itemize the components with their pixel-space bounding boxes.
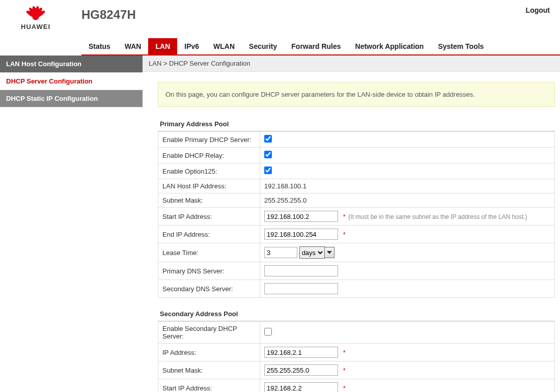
- top-nav: Status WAN LAN IPv6 WLAN Security Forwar…: [81, 38, 560, 55]
- tab-wan[interactable]: WAN: [118, 38, 149, 54]
- label-sec-subnet: Subnet Mask:: [158, 361, 260, 379]
- sidebar: LAN Host Configuration DHCP Server Confi…: [0, 55, 143, 392]
- required-mark: *: [343, 367, 346, 374]
- value-lan-host-ip: 192.168.100.1: [260, 179, 555, 193]
- sidebar-item-dhcp-static[interactable]: DHCP Static IP Configuration: [0, 90, 143, 107]
- checkbox-enable-secondary[interactable]: [264, 328, 272, 335]
- checkbox-enable-primary[interactable]: [264, 135, 272, 143]
- label-enable-relay: Enable DHCP Relay:: [158, 148, 260, 163]
- label-end-ip: End IP Address:: [158, 226, 260, 243]
- chevron-down-icon[interactable]: [324, 247, 334, 258]
- input-secondary-dns[interactable]: [264, 283, 338, 294]
- label-sec-start-ip: Start IP Address:: [158, 379, 260, 393]
- tab-ipv6[interactable]: IPv6: [177, 38, 206, 54]
- required-mark: *: [343, 384, 346, 392]
- label-secondary-dns: Secondary DNS Server:: [158, 280, 260, 298]
- label-sec-ip: IP Address:: [158, 344, 260, 361]
- input-primary-dns[interactable]: [264, 265, 338, 276]
- tab-system-tools[interactable]: System Tools: [431, 38, 491, 54]
- logout-link[interactable]: Logout: [526, 6, 550, 14]
- input-sec-ip[interactable]: [264, 347, 338, 358]
- brand-logo: HUAWEI: [5, 4, 66, 31]
- huawei-petals-icon: [18, 4, 53, 22]
- label-enable-option125: Enable Option125:: [158, 163, 260, 179]
- required-mark: *: [343, 213, 346, 220]
- input-start-ip[interactable]: [264, 211, 338, 222]
- label-lease-time: Lease Time:: [158, 243, 260, 262]
- input-sec-subnet[interactable]: [264, 365, 338, 376]
- breadcrumb: LAN > DHCP Server Configuration: [143, 55, 560, 72]
- label-primary-dns: Primary DNS Server:: [158, 262, 260, 280]
- label-enable-secondary: Enable Secondary DHCP Server:: [158, 322, 260, 344]
- value-subnet: 255.255.255.0: [260, 193, 555, 208]
- hint-start-ip: (It must be in the same subnet as the IP…: [348, 213, 527, 220]
- model-label: HG8247H: [81, 8, 136, 22]
- label-start-ip: Start IP Address:: [158, 208, 260, 226]
- required-mark: *: [343, 349, 346, 356]
- page-description: On this page, you can configure DHCP ser…: [158, 82, 555, 107]
- label-subnet: Subnet Mask:: [158, 193, 260, 208]
- checkbox-enable-option125[interactable]: [264, 166, 272, 174]
- tab-wlan[interactable]: WLAN: [206, 38, 242, 54]
- sidebar-item-dhcp-server[interactable]: DHCP Server Configuration: [0, 73, 143, 90]
- tab-security[interactable]: Security: [242, 38, 284, 54]
- tab-forward-rules[interactable]: Forward Rules: [284, 38, 348, 54]
- label-enable-primary: Enable Primary DHCP Server:: [158, 132, 260, 148]
- primary-pool-title: Primary Address Pool: [158, 117, 555, 131]
- tab-network-application[interactable]: Network Application: [348, 38, 431, 54]
- tab-lan[interactable]: LAN: [148, 38, 177, 54]
- brand-name: HUAWEI: [21, 23, 50, 31]
- input-end-ip[interactable]: [264, 229, 338, 240]
- sidebar-item-lan-host[interactable]: LAN Host Configuration: [0, 55, 143, 73]
- secondary-pool-table: Enable Secondary DHCP Server: IP Address…: [158, 321, 555, 392]
- primary-pool-table: Enable Primary DHCP Server: Enable DHCP …: [158, 131, 555, 298]
- input-sec-start-ip[interactable]: [264, 382, 338, 392]
- tab-status[interactable]: Status: [81, 38, 118, 54]
- select-lease-unit[interactable]: days: [299, 246, 325, 259]
- checkbox-enable-relay[interactable]: [264, 151, 272, 158]
- secondary-pool-title: Secondary Address Pool: [158, 307, 555, 321]
- required-mark: *: [343, 231, 346, 238]
- label-lan-host-ip: LAN Host IP Address:: [158, 179, 260, 193]
- input-lease-time[interactable]: [264, 247, 297, 258]
